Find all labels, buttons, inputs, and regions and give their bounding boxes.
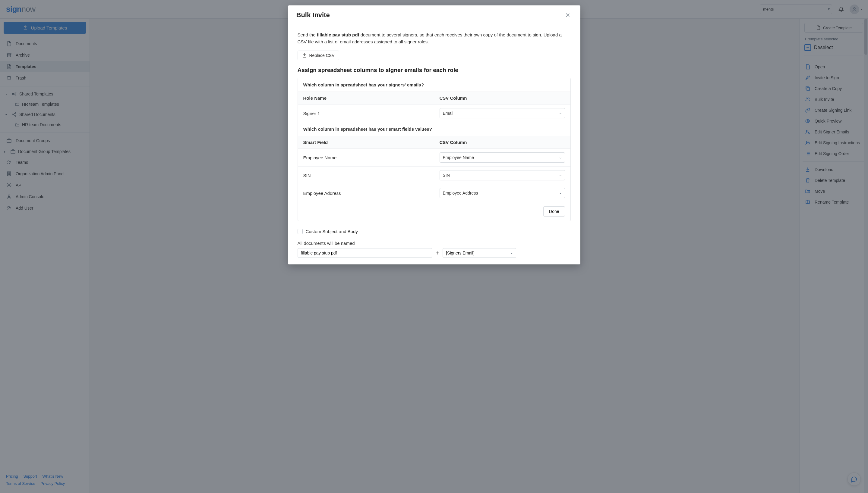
assign-heading: Assign spreadsheet columns to signer ema… <box>298 67 571 73</box>
mapping-row-signer1: Signer 1 Email ⌄ <box>298 105 570 122</box>
done-button[interactable]: Done <box>543 206 565 217</box>
mapping-row-sin: SIN SIN ⌄ <box>298 167 570 184</box>
document-name-input[interactable] <box>298 248 432 258</box>
done-row: Done <box>298 202 570 221</box>
upload-icon <box>302 53 307 58</box>
employee-address-column-select[interactable]: Employee Address <box>440 188 565 198</box>
intro-prefix: Send the <box>298 32 317 37</box>
plus-icon: + <box>436 250 439 257</box>
modal-overlay: Bulk Invite Send the fillable pay stub p… <box>0 0 868 493</box>
column-header-row: Smart Field CSV Column <box>298 136 570 149</box>
document-name-suffix-select[interactable]: [Signers Email] <box>443 248 516 258</box>
custom-subject-checkbox[interactable] <box>298 229 303 234</box>
named-row: + [Signers Email] ⌄ <box>298 248 571 258</box>
replace-csv-button[interactable]: Replace CSV <box>298 50 339 60</box>
field-label-employee-address: Employee Address <box>298 184 434 202</box>
col-header-smart-field: Smart Field <box>298 136 434 148</box>
close-icon <box>565 12 570 18</box>
close-button[interactable] <box>564 11 572 19</box>
modal-body: Send the fillable pay stub pdf document … <box>288 25 580 264</box>
column-mapping-box: Which column in spreadsheet has your sig… <box>298 78 571 221</box>
replace-csv-label: Replace CSV <box>309 53 335 58</box>
employee-name-column-select[interactable]: Employee Name <box>440 152 565 163</box>
signer1-column-select[interactable]: Email <box>440 108 565 119</box>
col-header-role-name: Role Name <box>298 92 434 104</box>
col-header-csv-column: CSV Column <box>434 92 570 104</box>
mapping-row-employee-address: Employee Address Employee Address ⌄ <box>298 184 570 202</box>
custom-subject-row: Custom Subject and Body <box>298 229 571 234</box>
mapping-row-employee-name: Employee Name Employee Name ⌄ <box>298 149 570 167</box>
section-header-signers: Which column in spreadsheet has your sig… <box>298 78 570 92</box>
bulk-invite-modal: Bulk Invite Send the fillable pay stub p… <box>288 5 580 264</box>
field-label-sin: SIN <box>298 167 434 184</box>
section-header-smart-fields: Which column in spreadsheet has your sma… <box>298 122 570 136</box>
intro-document-name: fillable pay stub pdf <box>317 32 359 37</box>
named-label: All documents will be named <box>298 241 571 246</box>
custom-subject-label: Custom Subject and Body <box>306 229 358 234</box>
modal-title: Bulk Invite <box>296 11 330 19</box>
modal-intro: Send the fillable pay stub pdf document … <box>298 31 571 45</box>
column-header-row: Role Name CSV Column <box>298 92 570 105</box>
field-label-employee-name: Employee Name <box>298 149 434 166</box>
sin-column-select[interactable]: SIN <box>440 170 565 180</box>
col-header-csv-column: CSV Column <box>434 136 570 148</box>
modal-header: Bulk Invite <box>288 5 580 25</box>
role-label-signer1: Signer 1 <box>298 105 434 122</box>
